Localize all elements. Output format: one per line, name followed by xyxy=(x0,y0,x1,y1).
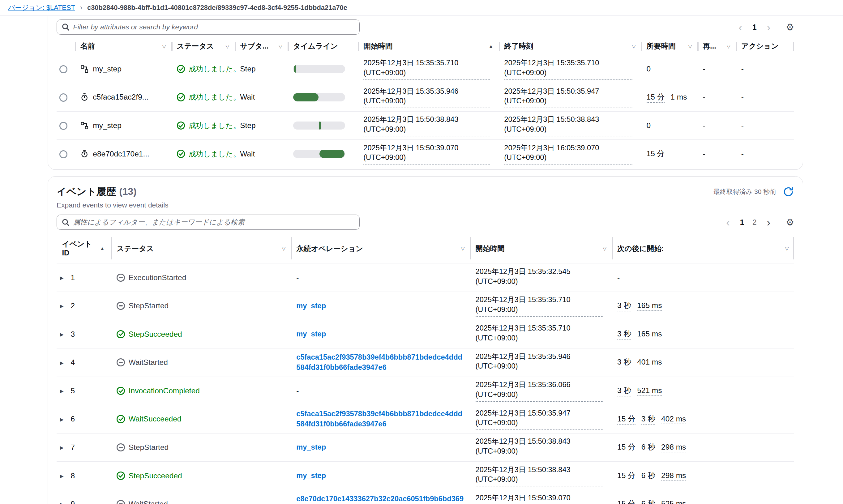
operation-link[interactable]: my_step xyxy=(296,471,326,481)
events-table: イベント ID▲ ステータス▽ 永続オペレーション▽ 開始時間▽ 次の後に開始:… xyxy=(57,234,794,504)
operation-link[interactable]: c5faca15ac2f93578b39ef4b6bbb871bdedce4dd… xyxy=(296,352,465,373)
expand-row-icon[interactable]: ▶ xyxy=(60,473,64,479)
start-time: 2025年12月3日 15:35:35.710(UTC+09:00) xyxy=(363,58,490,80)
step-row: e8e70dc170e1... 成功しました。 Wait 2025年12月3日 … xyxy=(57,140,794,168)
start-time: 2025年12月3日 15:50:38.843(UTC+09:00) xyxy=(363,115,490,136)
started-after: 3 秒 xyxy=(617,300,631,311)
subtype: Wait xyxy=(240,150,255,158)
action: - xyxy=(741,150,744,158)
prev-page-button[interactable]: ‹ xyxy=(734,20,748,34)
end-time: 2025年12月3日 16:05:39.070(UTC+09:00) xyxy=(504,143,632,165)
filter-caret-icon[interactable]: ▽ xyxy=(282,246,285,251)
filter-caret-icon[interactable]: ▽ xyxy=(785,246,789,251)
col-event-id: イベント ID▲ xyxy=(57,234,111,264)
filter-caret-icon[interactable]: ▽ xyxy=(226,44,229,49)
event-row: ▶6 WaitSucceeded c5faca15ac2f93578b39ef4… xyxy=(57,405,794,433)
table-settings-icon[interactable]: ⚙ xyxy=(786,22,794,32)
filter-caret-icon[interactable]: ▽ xyxy=(461,246,465,251)
success-check-icon xyxy=(116,387,125,395)
status-pending-icon xyxy=(116,302,125,310)
operation-link[interactable]: e8e70dc170e14333627b32c20ac6051fb9b6bd36… xyxy=(296,494,465,504)
started-after: 15 分 xyxy=(617,470,635,482)
last-fetched-text: 最終取得済み 30 秒前 xyxy=(714,187,776,196)
steps-filter-input[interactable] xyxy=(73,23,355,31)
start-time: 2025年12月3日 15:35:35.946(UTC+09:00) xyxy=(363,87,490,108)
end-time: 2025年12月3日 15:50:38.843(UTC+09:00) xyxy=(504,115,632,136)
operation-link[interactable]: my_step xyxy=(296,329,326,339)
start-time: 2025年12月3日 15:35:35.710(UTC+09:00) xyxy=(476,323,603,345)
filter-caret-icon[interactable]: ▽ xyxy=(603,246,606,251)
filter-caret-icon[interactable]: ▽ xyxy=(727,44,731,49)
start-time: 2025年12月3日 15:35:35.946(UTC+09:00) xyxy=(476,352,603,374)
col-duration: 所要時間▽ xyxy=(641,39,697,55)
row-radio[interactable] xyxy=(59,150,67,158)
refresh-button[interactable] xyxy=(783,186,794,198)
expand-row-icon[interactable]: ▶ xyxy=(60,417,64,422)
started-after: 15 分 xyxy=(617,442,635,453)
col-status: ステータス▽ xyxy=(111,234,291,264)
operation-link[interactable]: my_step xyxy=(296,442,326,452)
filter-caret-icon[interactable]: ▽ xyxy=(279,44,282,49)
start-time: 2025年12月3日 15:50:39.070(UTC+09:00) xyxy=(476,493,603,504)
timeline-bar xyxy=(293,122,345,129)
event-row: ▶9 WaitStarted e8e70dc170e14333627b32c20… xyxy=(57,490,794,504)
breadcrumb-current: c30b2840-988b-4bff-b1d1-40801c8728de/893… xyxy=(87,4,347,12)
start-time: 2025年12月3日 15:35:36.066(UTC+09:00) xyxy=(476,380,603,402)
status-text: 成功しました。 xyxy=(189,92,240,102)
page-number-1[interactable]: 1 xyxy=(737,218,748,227)
sort-asc-icon[interactable]: ▲ xyxy=(489,44,494,49)
table-settings-icon[interactable]: ⚙ xyxy=(786,218,794,227)
success-check-icon xyxy=(177,122,185,129)
expand-row-icon[interactable]: ▶ xyxy=(60,502,64,504)
event-id: 1 xyxy=(71,273,75,282)
next-page-button[interactable]: › xyxy=(762,20,776,34)
col-operation: 永続オペレーション▽ xyxy=(291,234,470,264)
duration: 0 xyxy=(647,65,651,73)
page-number-2[interactable]: 2 xyxy=(749,218,760,227)
duration: 1 ms xyxy=(670,93,687,102)
page-number[interactable]: 1 xyxy=(749,23,760,32)
success-check-icon xyxy=(177,65,185,73)
expand-row-icon[interactable]: ▶ xyxy=(60,445,64,450)
filter-caret-icon[interactable]: ▽ xyxy=(632,44,635,49)
end-time: 2025年12月3日 15:50:35.947(UTC+09:00) xyxy=(504,87,632,108)
steps-table: 名前▽ ステータス▽ サブタ...▽ タイムライン 開始時間▲ 終了時刻▽ 所要… xyxy=(57,39,794,168)
prev-page-button[interactable]: ‹ xyxy=(721,215,735,230)
steps-table-card: ‹ 1 › ⚙ 名前▽ ステータス▽ サブタ...▽ タイムライン 開始時間▲ xyxy=(48,16,803,170)
success-check-icon xyxy=(177,150,185,158)
expand-row-icon[interactable]: ▶ xyxy=(60,332,64,337)
col-subtype: サブタ...▽ xyxy=(235,39,288,55)
wait-clock-icon xyxy=(80,93,88,101)
operation-link[interactable]: my_step xyxy=(296,301,326,311)
col-start-time: 開始時間▲ xyxy=(358,39,499,55)
success-check-icon xyxy=(116,471,125,480)
started-after: 15 分 xyxy=(617,499,635,504)
operation-link[interactable]: c5faca15ac2f93578b39ef4b6bbb871bdedce4dd… xyxy=(296,409,465,429)
row-radio[interactable] xyxy=(59,93,67,102)
col-action: アクション xyxy=(736,39,794,55)
started-after: 401 ms xyxy=(637,358,662,367)
expand-row-icon[interactable]: ▶ xyxy=(60,275,64,281)
status-pending-icon xyxy=(116,444,125,451)
expand-row-icon[interactable]: ▶ xyxy=(60,360,64,365)
step-name: e8e70dc170e1... xyxy=(93,150,149,158)
events-filter-input[interactable] xyxy=(73,218,355,226)
action: - xyxy=(741,121,744,129)
row-radio[interactable] xyxy=(59,122,67,130)
event-row: ▶8 StepSucceeded my_step 2025年12月3日 15:5… xyxy=(57,462,794,490)
col-name: 名前▽ xyxy=(75,39,172,55)
event-status: ExecutionStarted xyxy=(129,273,186,282)
row-radio[interactable] xyxy=(59,65,67,73)
started-after: 6 秒 xyxy=(641,499,655,504)
sort-asc-icon[interactable]: ▲ xyxy=(100,246,105,251)
expand-row-icon[interactable]: ▶ xyxy=(60,303,64,309)
event-id: 5 xyxy=(71,386,75,395)
breadcrumb-version-link[interactable]: バージョン: $LATEST xyxy=(8,3,75,12)
next-page-button[interactable]: › xyxy=(762,215,776,230)
filter-caret-icon[interactable]: ▽ xyxy=(688,44,692,49)
event-status: StepStarted xyxy=(129,302,168,310)
breadcrumb: バージョン: $LATEST › c30b2840-988b-4bff-b1d1… xyxy=(0,0,843,16)
filter-caret-icon[interactable]: ▽ xyxy=(162,44,166,49)
event-row: ▶7 StepStarted my_step 2025年12月3日 15:50:… xyxy=(57,433,794,462)
expand-row-icon[interactable]: ▶ xyxy=(60,388,64,394)
